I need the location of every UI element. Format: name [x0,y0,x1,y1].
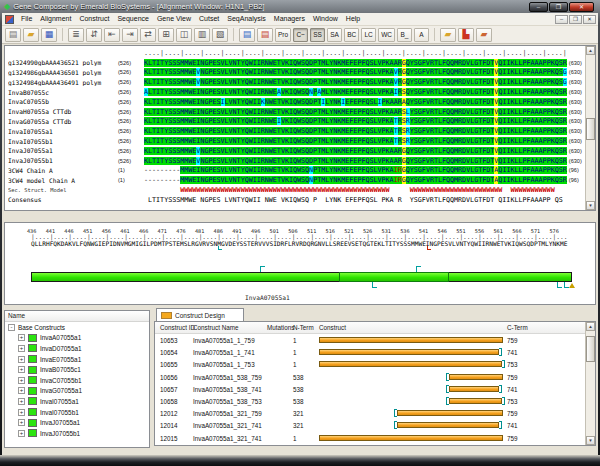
align-columns-icon[interactable]: ⇄ [140,28,156,42]
tree-root-base-constructs[interactable]: -Base Constructs [5,322,149,333]
protein-mode-button[interactable]: Pro [275,28,291,42]
consensus-row[interactable]: Consensus LTITYSSSMMWE NGPES LVNTYQWII N… [8,195,583,205]
tree-item-invai07055a1[interactable]: +InvaI07055a1 [5,396,149,407]
construct-row-10656[interactable]: 10656InvaA07055a1_538_759538759 [155,371,585,383]
scroll-down-icon[interactable]: ▼ [586,201,595,210]
tree-item-invad07055a1[interactable]: +InvaD07055a1 [5,343,149,354]
merge-alignment-icon[interactable]: ⊞ [158,28,174,42]
alignment-row[interactable]: gi324986gbAAA436501_polym(526)KLTITYSSSM… [8,68,583,78]
lc-mode-button[interactable]: LC [361,28,376,42]
stack-sequences-icon[interactable]: ≣ [68,28,84,42]
tree-item-invai07055b1[interactable]: +InvaI07055b1 [5,407,149,418]
tree-item-invab07055c1[interactable]: +InvaB07055c1 [5,364,149,375]
alignment-row[interactable]: gi324984gbAAA436491_polym(526)KLTITYSSSM… [8,77,583,87]
codon-mode-button[interactable]: C~ [293,28,308,42]
scroll-up-icon[interactable]: ▲ [586,46,595,55]
expand-icon[interactable]: + [18,387,25,394]
menu-gene-view[interactable]: Gene View [153,13,195,25]
menu-alignment[interactable]: Alignment [36,13,75,25]
alignment-row[interactable]: 3CW4_Chain_A(1)---------MMWEINGPESVLVNTY… [8,166,583,176]
structure-view-icon[interactable]: ▤ [257,28,273,42]
expand-icon[interactable]: + [18,377,25,384]
bc-mode-button[interactable]: BC [344,28,359,42]
mdi-close-button[interactable]: ✕ [583,15,596,24]
expand-icon[interactable]: + [18,345,25,352]
tree-item-invae07055a1[interactable]: +InvaE07055a1 [5,354,149,365]
solvent-accessibility-mode-button[interactable]: SA [327,28,342,42]
secondary-structure-mode-button[interactable]: SS [310,28,325,42]
export-manager-icon[interactable]: ▰ [476,28,492,42]
alignment-row[interactable]: InvaG07055a_CTTdb(526)KLTITYSSSMMWEINGPE… [8,117,583,127]
construct-row-10657[interactable]: 10657InvaA07055a1_538_741538741 [155,383,585,395]
column-header-construct-name[interactable]: Construct Name [193,324,239,331]
gene-bar-selection[interactable] [339,272,449,282]
shift-right-icon[interactable]: ⇥ [122,28,138,42]
construct-row-12015[interactable]: 12015InvaA07055a1_321_7411759 [155,432,585,444]
collapse-icon[interactable]: - [8,324,15,331]
construct-row-12012[interactable]: 12012InvaA07055a1_321_759321759 [155,407,585,419]
construct-row-10655[interactable]: 10655InvaA07055a1_1_7531753 [155,358,585,370]
menu-window[interactable]: Window [309,13,342,25]
expand-icon[interactable]: + [18,419,25,426]
new-document-icon[interactable]: ▤ [5,28,21,42]
menu-file[interactable]: File [17,13,36,25]
menu-cutset[interactable]: Cutset [195,13,223,25]
table-scrollbar[interactable]: ▲ ▼ [585,322,595,445]
menu-sequence[interactable]: Sequence [113,13,153,25]
alignment-row[interactable]: gi324990gbAAA436521_polym(526)KLTITYSSSM… [8,58,583,68]
minimize-button[interactable]: – [529,2,548,12]
secondary-structure-row[interactable]: Sec. Struct. Model WWWWWWWWWWWWWWWWWWWWW… [8,185,583,195]
column-header-construct-id[interactable]: Construct ID [160,324,195,331]
open-file-icon[interactable]: ▰ [23,28,39,42]
tree-item-invaa07055a1[interactable]: +InvaA07055a1 [5,333,149,344]
alignment-row[interactable]: InvaJ07055a1(526)KLTITYSSSMMWEVNGPESVLVN… [8,146,583,156]
b-mode-button[interactable]: B_ [397,28,412,42]
edit-alignment-icon[interactable]: ▧ [212,28,228,42]
alignment-row[interactable]: InvaI07055a1(526)KLTITYSSSMMWEINGPESVLVN… [8,126,583,136]
construct-row-10658[interactable]: 10658InvaA07055a1_538_753538753 [155,395,585,407]
scroll-down-icon[interactable]: ▼ [586,436,595,445]
column-header-n-term[interactable]: N-Term [293,324,314,331]
expand-icon[interactable]: + [18,409,25,416]
find-residue-icon[interactable]: ▥ [194,28,210,42]
alignment-scrollbar[interactable]: ▲ ▼ [585,46,595,210]
alignment-row[interactable]: InvaJ07055b1(526)KLTITYSSSMMWEVNGPESVLVN… [8,156,583,166]
a-mode-button[interactable]: A [414,28,429,42]
save-icon[interactable]: ▦ [41,28,57,42]
tab-construct-design[interactable]: Construct Design [156,308,244,322]
scroll-up-icon[interactable]: ▲ [586,322,595,331]
menu-seqanalysis[interactable]: SeqAnalysis [223,13,270,25]
menu-managers[interactable]: Managers [270,13,309,25]
mdi-minimize-button[interactable]: – [555,15,568,24]
alignment-row[interactable]: InvaB07055c(526)ALTITYSSSMMWEINGPESVLVNT… [8,87,583,97]
shift-left-icon[interactable]: ⇤ [104,28,120,42]
menu-construct[interactable]: Construct [75,13,113,25]
column-header-c-term[interactable]: C-Term [507,324,528,331]
construct-row-12014[interactable]: 12014InvaA07055a1_321_741321741 [155,419,585,431]
close-button[interactable]: ✕ [569,2,594,12]
tree-item-invag07055a1[interactable]: +InvaG07055a1 [5,386,149,397]
restore-button[interactable]: ❐ [549,2,568,12]
expand-icon[interactable]: + [18,356,25,363]
column-header-construct[interactable]: Construct [319,324,346,331]
gene-construct-bar[interactable] [31,272,572,282]
construct-manager-icon[interactable]: ▙ [458,28,474,42]
mdi-restore-button[interactable]: ❐ [569,15,582,24]
wc-mode-button[interactable]: WC [378,28,395,42]
alignment-row[interactable]: InvaI07055b1(526)KLTITYSSSMMWEINGPESVLVN… [8,136,583,146]
construct-row-10654[interactable]: 10654InvaA07055a1_1_7411741 [155,346,585,358]
construct-row-10653[interactable]: 10653InvaA07055a1_1_7591759 [155,334,585,346]
scrollbar-thumb[interactable] [586,118,595,140]
expand-icon[interactable]: + [18,334,25,341]
protein-view-icon[interactable]: ▤ [239,28,255,42]
column-header-mutations[interactable]: Mutations [267,324,294,331]
expand-icon[interactable]: + [18,430,25,437]
scrollbar-thumb[interactable] [586,336,595,362]
alignment-row[interactable]: InvaH07055a_CTTdb(526)KLTITYSSSMMWEINGPE… [8,107,583,117]
tree-item-invaj07055b1[interactable]: +InvaJ07055b1 [5,428,149,439]
alignment-row[interactable]: InvaC07055b(526)KLTITYSSSMMWEINGPESILVNT… [8,97,583,107]
document-icon[interactable] [5,15,14,24]
web-fetch-icon[interactable]: ◫ [176,28,192,42]
tree-item-invac07055b1[interactable]: +InvaC07055b1 [5,375,149,386]
alignment-row[interactable]: 3CW4_model_Chain_A(1)---------MMWEINGPES… [8,175,583,185]
